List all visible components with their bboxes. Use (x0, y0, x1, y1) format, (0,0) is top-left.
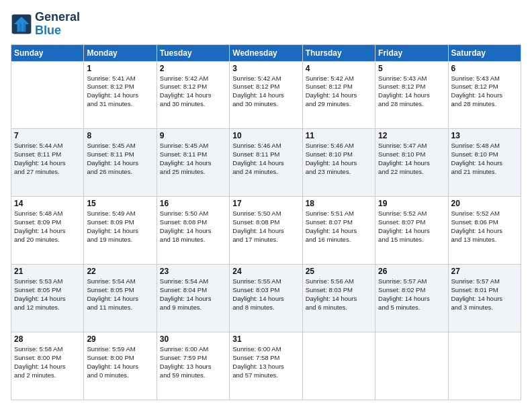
day-number: 25 (306, 267, 372, 276)
day-number: 13 (451, 131, 518, 140)
calendar-header-tuesday: Tuesday (157, 44, 229, 61)
day-number: 12 (378, 131, 445, 140)
day-info: Sunrise: 5:52 AM Sunset: 8:07 PM Dayligh… (378, 210, 445, 244)
day-info: Sunrise: 5:43 AM Sunset: 8:12 PM Dayligh… (451, 75, 518, 109)
calendar-cell (11, 61, 84, 129)
day-info: Sunrise: 5:57 AM Sunset: 8:01 PM Dayligh… (451, 277, 518, 312)
calendar-cell: 13Sunrise: 5:48 AM Sunset: 8:10 PM Dayli… (448, 129, 521, 197)
calendar-cell: 17Sunrise: 5:50 AM Sunset: 8:08 PM Dayli… (230, 197, 302, 265)
day-info: Sunrise: 5:54 AM Sunset: 8:05 PM Dayligh… (87, 277, 153, 312)
day-info: Sunrise: 5:42 AM Sunset: 8:12 PM Dayligh… (232, 75, 299, 109)
calendar-header-wednesday: Wednesday (230, 44, 302, 61)
calendar-week-row: 21Sunrise: 5:53 AM Sunset: 8:05 PM Dayli… (11, 265, 521, 332)
logo-icon (11, 13, 32, 35)
day-info: Sunrise: 5:51 AM Sunset: 8:07 PM Dayligh… (306, 210, 372, 244)
calendar-cell: 7Sunrise: 5:44 AM Sunset: 8:11 PM Daylig… (11, 129, 84, 197)
calendar-cell: 8Sunrise: 5:45 AM Sunset: 8:11 PM Daylig… (84, 129, 157, 197)
calendar-header-saturday: Saturday (448, 44, 521, 61)
calendar-header-monday: Monday (84, 44, 157, 61)
calendar-cell: 5Sunrise: 5:43 AM Sunset: 8:12 PM Daylig… (375, 61, 448, 129)
calendar-cell: 18Sunrise: 5:51 AM Sunset: 8:07 PM Dayli… (302, 197, 375, 265)
calendar-cell: 16Sunrise: 5:50 AM Sunset: 8:08 PM Dayli… (157, 197, 229, 265)
day-number: 29 (87, 334, 153, 344)
day-number: 18 (306, 199, 372, 208)
day-info: Sunrise: 5:41 AM Sunset: 8:12 PM Dayligh… (87, 75, 153, 109)
day-info: Sunrise: 5:48 AM Sunset: 8:10 PM Dayligh… (451, 142, 518, 176)
day-info: Sunrise: 5:46 AM Sunset: 8:11 PM Dayligh… (232, 142, 299, 176)
calendar-cell: 27Sunrise: 5:57 AM Sunset: 8:01 PM Dayli… (448, 265, 521, 332)
calendar-cell: 29Sunrise: 5:59 AM Sunset: 8:00 PM Dayli… (84, 332, 157, 400)
calendar-cell (375, 332, 448, 400)
calendar-cell: 12Sunrise: 5:47 AM Sunset: 8:10 PM Dayli… (375, 129, 448, 197)
calendar-cell: 1Sunrise: 5:41 AM Sunset: 8:12 PM Daylig… (84, 61, 157, 129)
day-info: Sunrise: 5:53 AM Sunset: 8:05 PM Dayligh… (14, 277, 81, 312)
calendar-cell: 15Sunrise: 5:49 AM Sunset: 8:09 PM Dayli… (84, 197, 157, 265)
header: General Blue (11, 11, 521, 38)
day-number: 6 (451, 64, 518, 73)
logo: General Blue (11, 11, 80, 38)
day-info: Sunrise: 5:44 AM Sunset: 8:11 PM Dayligh… (14, 142, 81, 176)
calendar-week-row: 1Sunrise: 5:41 AM Sunset: 8:12 PM Daylig… (11, 61, 521, 129)
day-number: 20 (451, 199, 518, 208)
calendar: SundayMondayTuesdayWednesdayThursdayFrid… (11, 44, 521, 400)
calendar-cell: 14Sunrise: 5:48 AM Sunset: 8:09 PM Dayli… (11, 197, 84, 265)
calendar-cell: 30Sunrise: 6:00 AM Sunset: 7:59 PM Dayli… (157, 332, 229, 400)
day-number: 23 (160, 267, 226, 276)
calendar-cell: 24Sunrise: 5:55 AM Sunset: 8:03 PM Dayli… (230, 265, 302, 332)
day-number: 3 (232, 64, 299, 73)
day-number: 11 (306, 131, 372, 140)
day-number: 28 (14, 334, 81, 344)
day-number: 19 (378, 199, 445, 208)
day-number: 17 (232, 199, 299, 208)
day-info: Sunrise: 5:49 AM Sunset: 8:09 PM Dayligh… (87, 210, 153, 244)
day-info: Sunrise: 5:42 AM Sunset: 8:12 PM Dayligh… (160, 75, 226, 109)
calendar-cell: 20Sunrise: 5:52 AM Sunset: 8:06 PM Dayli… (448, 197, 521, 265)
calendar-cell: 6Sunrise: 5:43 AM Sunset: 8:12 PM Daylig… (448, 61, 521, 129)
calendar-header-thursday: Thursday (302, 44, 375, 61)
day-info: Sunrise: 5:50 AM Sunset: 8:08 PM Dayligh… (160, 210, 226, 244)
day-number: 1 (87, 64, 153, 73)
day-number: 14 (14, 199, 81, 208)
day-info: Sunrise: 5:54 AM Sunset: 8:04 PM Dayligh… (160, 277, 226, 312)
day-info: Sunrise: 6:00 AM Sunset: 7:58 PM Dayligh… (232, 345, 299, 379)
calendar-week-row: 14Sunrise: 5:48 AM Sunset: 8:09 PM Dayli… (11, 197, 521, 265)
calendar-cell: 10Sunrise: 5:46 AM Sunset: 8:11 PM Dayli… (230, 129, 302, 197)
calendar-header-friday: Friday (375, 44, 448, 61)
calendar-cell (302, 332, 375, 400)
day-number: 30 (160, 334, 226, 344)
calendar-cell: 4Sunrise: 5:42 AM Sunset: 8:12 PM Daylig… (302, 61, 375, 129)
calendar-cell: 2Sunrise: 5:42 AM Sunset: 8:12 PM Daylig… (157, 61, 229, 129)
day-info: Sunrise: 5:45 AM Sunset: 8:11 PM Dayligh… (160, 142, 226, 176)
day-number: 9 (160, 131, 226, 140)
day-number: 5 (378, 64, 445, 73)
calendar-header-sunday: Sunday (11, 44, 84, 61)
calendar-cell (448, 332, 521, 400)
day-number: 16 (160, 199, 226, 208)
day-info: Sunrise: 5:52 AM Sunset: 8:06 PM Dayligh… (451, 210, 518, 244)
calendar-cell: 22Sunrise: 5:54 AM Sunset: 8:05 PM Dayli… (84, 265, 157, 332)
day-number: 4 (306, 64, 372, 73)
day-info: Sunrise: 5:45 AM Sunset: 8:11 PM Dayligh… (87, 142, 153, 176)
day-info: Sunrise: 5:42 AM Sunset: 8:12 PM Dayligh… (306, 75, 372, 109)
day-info: Sunrise: 5:57 AM Sunset: 8:02 PM Dayligh… (378, 277, 445, 312)
calendar-cell: 26Sunrise: 5:57 AM Sunset: 8:02 PM Dayli… (375, 265, 448, 332)
day-number: 26 (378, 267, 445, 276)
calendar-cell: 25Sunrise: 5:56 AM Sunset: 8:03 PM Dayli… (302, 265, 375, 332)
logo-text: General Blue (35, 11, 80, 38)
calendar-week-row: 7Sunrise: 5:44 AM Sunset: 8:11 PM Daylig… (11, 129, 521, 197)
day-info: Sunrise: 5:59 AM Sunset: 8:00 PM Dayligh… (87, 345, 153, 379)
calendar-cell: 9Sunrise: 5:45 AM Sunset: 8:11 PM Daylig… (157, 129, 229, 197)
day-number: 27 (451, 267, 518, 276)
day-info: Sunrise: 5:48 AM Sunset: 8:09 PM Dayligh… (14, 210, 81, 244)
day-number: 8 (87, 131, 153, 140)
day-number: 31 (232, 334, 299, 344)
day-info: Sunrise: 5:50 AM Sunset: 8:08 PM Dayligh… (232, 210, 299, 244)
calendar-cell: 11Sunrise: 5:46 AM Sunset: 8:10 PM Dayli… (302, 129, 375, 197)
day-info: Sunrise: 5:46 AM Sunset: 8:10 PM Dayligh… (306, 142, 372, 176)
calendar-cell: 3Sunrise: 5:42 AM Sunset: 8:12 PM Daylig… (230, 61, 302, 129)
calendar-week-row: 28Sunrise: 5:58 AM Sunset: 8:00 PM Dayli… (11, 332, 521, 400)
calendar-cell: 21Sunrise: 5:53 AM Sunset: 8:05 PM Dayli… (11, 265, 84, 332)
calendar-cell: 19Sunrise: 5:52 AM Sunset: 8:07 PM Dayli… (375, 197, 448, 265)
day-info: Sunrise: 6:00 AM Sunset: 7:59 PM Dayligh… (160, 345, 226, 379)
calendar-cell: 23Sunrise: 5:54 AM Sunset: 8:04 PM Dayli… (157, 265, 229, 332)
